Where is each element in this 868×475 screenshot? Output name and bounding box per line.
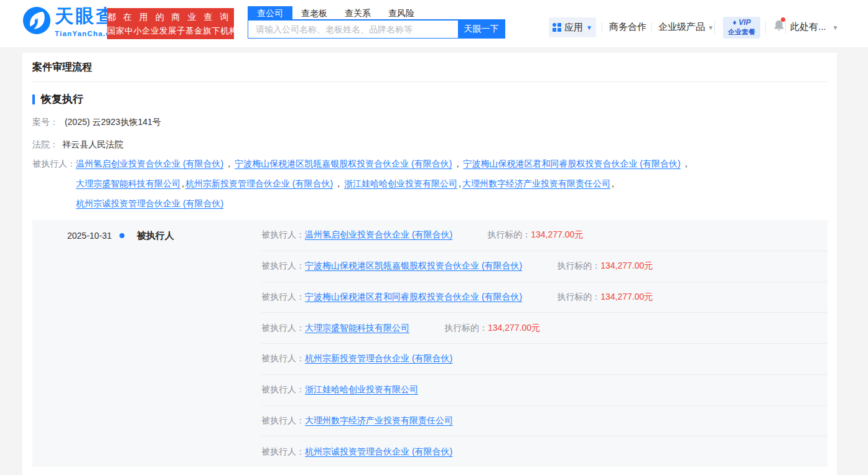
content-card: 案件审理流程 恢复执行 案号： (2025) 云2923执恢141号 法院： 祥… <box>22 53 837 475</box>
table-row: 被执行人：大理州数字经济产业投资有限责任公司 <box>261 406 828 437</box>
chevron-down-icon: ▼ <box>707 24 714 31</box>
court-value: 祥云县人民法院 <box>62 139 123 149</box>
search-row: 天眼一下 <box>248 21 505 39</box>
separator: ， <box>225 159 233 168</box>
table-row: 被执行人：大理宗盛智能科技有限公司 执行标的：134,277.00元 <box>261 313 828 344</box>
table-row: 被执行人：杭州宗新投资管理合伙企业 (有限合伙) <box>261 344 828 375</box>
section-title: 恢复执行 <box>41 92 83 106</box>
amount-label: 执行标的： <box>487 229 531 239</box>
timeline-table: 2025-10-31 被执行人 被执行人：温州氢启创业投资合伙企业 (有限合伙)… <box>32 220 828 467</box>
search-module: 查公司 查老板 查关系 查风险 天眼一下 <box>248 6 505 39</box>
amount-group: 执行标的：134,277.00元 <box>557 261 653 272</box>
case-number-label: 案号： <box>32 117 58 127</box>
separator: , <box>182 178 184 188</box>
slogan-line1: 都 在 用 的 商 业 查 询 工 具 <box>107 10 234 24</box>
vip-enterprise-badge[interactable]: ♦ VIP 企业套餐 <box>723 17 760 39</box>
slogan-line2: 国家中小企业发展子基金旗下机构 <box>107 24 234 37</box>
company-link[interactable]: 大理州数字经济产业投资有限责任公司 <box>462 178 610 188</box>
company-link[interactable]: 杭州宗新投资管理合伙企业 (有限合伙) <box>185 178 333 188</box>
company-link[interactable]: 宁波梅山保税港区君和同睿股权投资合伙企业 (有限合伙) <box>305 292 522 303</box>
timeline-date: 2025-10-31 <box>67 231 112 241</box>
chevron-down-icon: ▼ <box>833 24 839 31</box>
slogan-badge: 都 在 用 的 商 业 查 询 工 具 国家中小企业发展子基金旗下机构 <box>107 8 234 39</box>
vip-line2: 企业套餐 <box>723 27 760 36</box>
amount-value: 134,277.00元 <box>600 261 653 270</box>
separator: ， <box>453 159 462 168</box>
defendants-line: 温州氢启创业投资合伙企业 (有限合伙)，宁波梅山保税港区凯瓴嘉银股权投资合伙企业… <box>76 154 692 173</box>
separator: , <box>459 178 461 188</box>
notification-bell-icon[interactable] <box>772 19 786 32</box>
amount-group: 执行标的：134,277.00元 <box>444 323 540 334</box>
search-tabs: 查公司 查老板 查关系 查风险 <box>248 6 505 21</box>
row-label: 被执行人： <box>261 261 305 272</box>
company-link[interactable]: 宁波梅山保税港区凯瓴嘉银股权投资合伙企业 (有限合伙) <box>305 261 522 272</box>
defendants-block: 被执行人： 温州氢启创业投资合伙企业 (有限合伙)，宁波梅山保税港区凯瓴嘉银股权… <box>32 154 827 213</box>
row-label: 被执行人： <box>261 229 305 241</box>
company-link[interactable]: 温州氢启创业投资合伙企业 (有限合伙) <box>305 229 452 241</box>
defendants-label: 被执行人： <box>32 154 76 213</box>
nav-divider <box>765 21 766 34</box>
separator: , <box>612 178 614 188</box>
nav-divider <box>714 21 715 34</box>
chevron-down-icon: ▼ <box>586 24 592 31</box>
section-accent-bar <box>32 95 35 104</box>
case-number-value: (2025) 云2923执恢141号 <box>65 117 161 127</box>
amount-label: 执行标的： <box>557 292 600 302</box>
tab-risk[interactable]: 查风险 <box>380 6 423 21</box>
company-link[interactable]: 杭州宗诚投资管理合伙企业 (有限合伙) <box>305 446 452 458</box>
amount-group: 执行标的：134,277.00元 <box>487 229 583 241</box>
timeline-dot-icon <box>119 233 124 238</box>
company-link[interactable]: 宁波梅山保税港区凯瓴嘉银股权投资合伙企业 (有限合伙) <box>235 159 452 168</box>
timeline-left-column: 2025-10-31 被执行人 <box>32 220 261 467</box>
row-label: 被执行人： <box>261 323 305 334</box>
table-row: 被执行人：宁波梅山保税港区君和同睿股权投资合伙企业 (有限合伙) 执行标的：13… <box>261 282 828 313</box>
company-link[interactable]: 浙江娃哈哈创业投资有限公司 <box>344 178 457 188</box>
company-link[interactable]: 杭州宗诚投资管理合伙企业 (有限合伙) <box>76 198 223 208</box>
company-link[interactable]: 杭州宗新投资管理合伙企业 (有限合伙) <box>305 353 452 364</box>
apps-button[interactable]: 应用 ▼ <box>549 17 596 37</box>
company-link[interactable]: 大理宗盛智能科技有限公司 <box>76 178 180 188</box>
amount-label: 执行标的： <box>557 261 600 270</box>
table-row: 被执行人：宁波梅山保税港区凯瓴嘉银股权投资合伙企业 (有限合伙) 执行标的：13… <box>261 251 828 282</box>
table-row: 被执行人：温州氢启创业投资合伙企业 (有限合伙) 执行标的：134,277.00… <box>261 220 828 251</box>
company-link[interactable]: 大理宗盛智能科技有限公司 <box>305 323 409 334</box>
top-header: 天眼查 TianYanCha.com 都 在 用 的 商 业 查 询 工 具 国… <box>0 0 868 47</box>
row-label: 被执行人： <box>261 353 305 364</box>
tab-company[interactable]: 查公司 <box>248 6 292 21</box>
row-label: 被执行人： <box>261 292 305 303</box>
nav-divider <box>602 22 602 32</box>
defendants-list: 温州氢启创业投资合伙企业 (有限合伙)，宁波梅山保税港区凯瓴嘉银股权投资合伙企业… <box>76 154 692 213</box>
company-link[interactable]: 宁波梅山保税港区君和同睿股权投资合伙企业 (有限合伙) <box>463 159 680 168</box>
court-label: 法院： <box>32 139 58 149</box>
tab-relation[interactable]: 查关系 <box>336 6 380 21</box>
timeline-event-title: 被执行人 <box>137 230 174 242</box>
table-row: 被执行人：浙江娃哈哈创业投资有限公司 <box>261 375 828 406</box>
tianyancha-logo-icon[interactable] <box>22 6 51 35</box>
nav-divider <box>651 22 652 32</box>
tab-boss[interactable]: 查老板 <box>292 6 336 21</box>
row-label: 被执行人： <box>261 415 305 427</box>
page-title: 案件审理流程 <box>32 53 827 82</box>
separator: ， <box>682 159 691 168</box>
vip-line1: ♦ VIP <box>723 18 760 27</box>
company-link[interactable]: 浙江娃哈哈创业投资有限公司 <box>305 384 418 395</box>
amount-value: 134,277.00元 <box>600 292 653 302</box>
nav-divider <box>785 21 786 34</box>
table-row: 被执行人：杭州宗诚投资管理合伙企业 (有限合伙) <box>261 436 828 467</box>
search-input[interactable] <box>248 21 458 38</box>
company-link[interactable]: 大理州数字经济产业投资有限责任公司 <box>305 415 453 427</box>
section-header: 恢复执行 <box>32 92 827 106</box>
apps-grid-icon <box>553 23 561 32</box>
amount-label: 执行标的： <box>444 323 488 333</box>
company-link[interactable]: 温州氢启创业投资合伙企业 (有限合伙) <box>76 159 223 168</box>
search-button[interactable]: 天眼一下 <box>458 21 505 38</box>
court-line: 法院： 祥云县人民法院 <box>32 137 827 151</box>
case-number-line: 案号： (2025) 云2923执恢141号 <box>32 115 827 129</box>
amount-group: 执行标的：134,277.00元 <box>557 292 653 303</box>
notification-dot <box>781 17 785 22</box>
row-label: 被执行人： <box>261 446 305 458</box>
timeline-event: 2025-10-31 被执行人 <box>32 220 261 251</box>
business-cooperation-link[interactable]: 商务合作 <box>609 21 646 33</box>
account-menu[interactable]: 此处有...▼ <box>790 21 838 33</box>
enterprise-products-link[interactable]: 企业级产品 ▼ <box>658 21 714 33</box>
